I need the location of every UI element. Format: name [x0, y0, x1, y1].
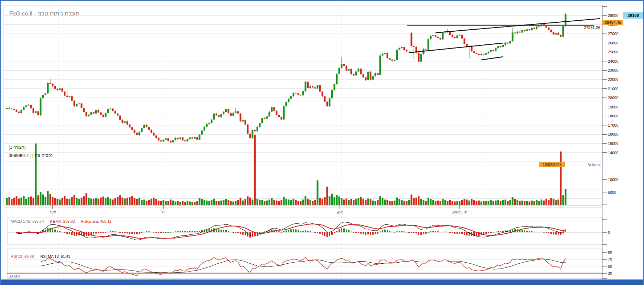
- bar: [194, 137, 196, 138]
- bar: [180, 202, 181, 205]
- bar: [225, 109, 227, 112]
- bar: [483, 201, 485, 205]
- bar: [134, 198, 136, 205]
- bar: [206, 201, 208, 205]
- bar: [184, 231, 186, 232]
- bar: [33, 108, 34, 113]
- bar: [500, 231, 501, 232]
- price-axis-label: 15000: [608, 141, 619, 146]
- bar: [71, 232, 73, 235]
- window-bottom-bar: [1, 279, 643, 285]
- price-axis-label: 27000: [608, 32, 619, 36]
- bar: [459, 35, 461, 35]
- bar: [365, 200, 367, 205]
- bar: [464, 199, 465, 205]
- bar: [310, 231, 311, 232]
- bar: [432, 231, 434, 232]
- bar: [293, 199, 294, 205]
- bar: [326, 232, 328, 237]
- bar: [384, 230, 386, 232]
- bar: [430, 36, 432, 39]
- bar: [196, 137, 198, 139]
- month-label: אוק: [337, 210, 343, 214]
- bar: [271, 107, 273, 112]
- bar: [187, 201, 189, 205]
- bar: [66, 199, 68, 205]
- bar: [565, 231, 566, 232]
- bar: [235, 201, 237, 205]
- bar: [163, 140, 164, 141]
- bar: [50, 228, 51, 232]
- rsi-value-label: RSI 13: 69.68: [11, 254, 34, 258]
- bar: [553, 199, 555, 205]
- bar: [290, 230, 292, 232]
- bar: [442, 199, 444, 205]
- bar: [59, 88, 61, 90]
- bar: [30, 197, 32, 205]
- bar: [201, 199, 203, 205]
- bar: [355, 199, 357, 205]
- bar: [512, 32, 514, 41]
- bar: [562, 195, 564, 205]
- bar: [548, 200, 550, 205]
- bar: [266, 116, 268, 118]
- bar: [228, 231, 229, 232]
- bar: [64, 232, 65, 233]
- bar: [37, 111, 39, 115]
- bar: [35, 111, 37, 113]
- bar: [124, 122, 126, 123]
- bar: [288, 200, 290, 205]
- bar: [119, 195, 121, 205]
- bar: [54, 86, 56, 89]
- price-axis-label: 14000: [608, 151, 619, 155]
- bar: [387, 53, 388, 58]
- bar: [69, 96, 71, 97]
- bar: [286, 199, 287, 205]
- bar: [264, 118, 266, 119]
- bar: [42, 95, 44, 98]
- bar: [435, 35, 437, 36]
- bar: [519, 201, 521, 205]
- bar: [428, 198, 429, 205]
- bar: [372, 232, 374, 235]
- chart-canvas[interactable]: 2900028000270002600025000240002300022000…: [1, 1, 644, 285]
- bar: [129, 232, 130, 234]
- bar: [302, 91, 304, 95]
- bar: [69, 199, 71, 205]
- bar: [558, 200, 559, 205]
- bar: [59, 231, 61, 232]
- bar: [112, 231, 114, 232]
- bar: [165, 201, 167, 205]
- bar: [122, 232, 123, 233]
- bar: [550, 198, 552, 205]
- bar: [396, 198, 398, 205]
- bar: [57, 89, 58, 90]
- rsi-pane-border: [7, 248, 602, 278]
- bar: [372, 201, 374, 205]
- bar: [54, 230, 56, 232]
- bar: [509, 41, 511, 43]
- bar: [13, 198, 15, 205]
- bar: [295, 93, 297, 94]
- bar: [464, 39, 465, 44]
- bar: [172, 201, 174, 205]
- bar: [324, 197, 326, 205]
- bar: [151, 130, 152, 133]
- bar: [526, 231, 528, 232]
- bar: [384, 200, 386, 205]
- bar: [170, 141, 172, 142]
- bar: [13, 109, 15, 110]
- bar: [288, 99, 290, 102]
- bar: [522, 30, 523, 32]
- bar: [437, 201, 439, 205]
- bar: [6, 108, 8, 109]
- bar: [278, 115, 280, 117]
- bar: [247, 125, 249, 134]
- bar: [249, 198, 251, 205]
- bar: [134, 232, 135, 234]
- bar: [199, 198, 201, 205]
- bar: [254, 130, 256, 131]
- bar: [131, 127, 133, 130]
- bar: [505, 200, 506, 205]
- bar: [300, 95, 302, 96]
